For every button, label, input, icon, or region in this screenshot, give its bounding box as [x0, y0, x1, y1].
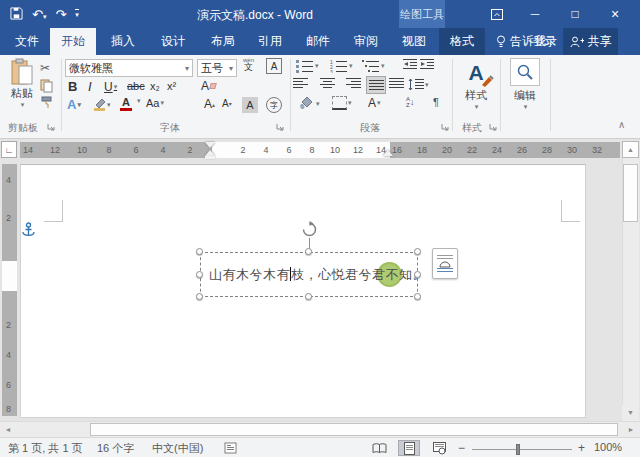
sign-in-button[interactable]: 登录 [528, 28, 562, 55]
tab-design[interactable]: 设计 [150, 28, 196, 55]
zoom-level[interactable]: 100% [594, 441, 622, 453]
customize-qat-button[interactable]: ▾ [75, 9, 79, 19]
copy-button[interactable] [40, 79, 54, 93]
tab-home[interactable]: 开始 [50, 28, 96, 55]
resize-handle-bottom-left[interactable] [196, 293, 203, 300]
align-left-button[interactable] [293, 78, 308, 88]
language-indicator[interactable]: 中文(中国) [152, 441, 203, 456]
asian-layout-button[interactable]: A▾ [368, 96, 381, 110]
tab-view[interactable]: 视图 [391, 28, 437, 55]
font-name-combo[interactable]: 微软雅黑 ▾ [65, 59, 193, 77]
horizontal-scrollbar-thumb[interactable] [90, 423, 618, 436]
shrink-font-button[interactable]: A▾ [222, 98, 232, 109]
tab-insert[interactable]: 插入 [100, 28, 146, 55]
font-name-dropdown-icon[interactable]: ▾ [185, 64, 189, 73]
word-count[interactable]: 16 个字 [97, 441, 134, 456]
textbox-text[interactable]: 山有木兮木有枝，心悦君兮君不知。 [209, 266, 426, 284]
multilevel-dropdown-icon[interactable]: ▾ [381, 62, 385, 70]
redo-button[interactable]: ↷ [55, 8, 66, 21]
horizontal-ruler[interactable]: 14 12 10 8 6 4 2 2 4 6 8 10 12 14 16 18 … [20, 142, 620, 158]
underline-button[interactable]: U▾ [104, 80, 117, 94]
scroll-up-button[interactable]: ▲ [622, 141, 639, 158]
resize-handle-middle-right[interactable] [414, 271, 421, 278]
styles-dialog-launcher[interactable] [489, 121, 497, 133]
left-indent-marker[interactable] [205, 156, 215, 159]
bullets-dropdown-icon[interactable]: ▾ [315, 62, 319, 70]
change-case-button[interactable]: Aa▾ [146, 97, 164, 109]
enclose-characters-button[interactable]: 字 [266, 97, 282, 113]
strikethrough-button[interactable]: abc [127, 80, 145, 92]
tab-layout[interactable]: 布局 [200, 28, 246, 55]
underline-dropdown-icon[interactable]: ▾ [114, 83, 118, 91]
font-color-dropdown[interactable]: ▾ [136, 97, 141, 105]
rotation-handle[interactable] [301, 221, 318, 240]
scroll-right-button[interactable]: ► [623, 422, 639, 437]
font-size-dropdown-icon[interactable]: ▾ [229, 64, 233, 73]
align-right-button[interactable] [346, 78, 361, 88]
tab-review[interactable]: 审阅 [343, 28, 389, 55]
numbering-button[interactable]: 123 ▾ [330, 59, 353, 73]
zoom-slider-thumb[interactable] [516, 444, 520, 455]
italic-button[interactable]: I [88, 79, 92, 94]
highlight-color-button[interactable]: ▾ [93, 97, 111, 113]
zoom-out-button[interactable]: − [458, 441, 465, 455]
phonetic-guide-button[interactable]: wén 文 [243, 57, 254, 72]
highlight-dropdown-icon[interactable]: ▾ [107, 101, 111, 109]
undo-dropdown-icon[interactable]: ▾ [43, 13, 47, 20]
clipboard-dialog-launcher[interactable] [47, 121, 55, 133]
bold-button[interactable]: B [68, 79, 77, 94]
read-mode-button[interactable] [368, 440, 390, 456]
borders-dropdown-icon[interactable]: ▾ [348, 99, 352, 107]
resize-handle-top-left[interactable] [196, 248, 203, 255]
subscript-button[interactable]: x₂ [150, 80, 160, 92]
resize-handle-top-center[interactable] [305, 248, 312, 255]
cut-button[interactable]: ✂ [40, 61, 50, 75]
format-painter-button[interactable] [40, 96, 53, 109]
resize-handle-bottom-center[interactable] [305, 293, 312, 300]
bullets-button[interactable]: ▾ [296, 59, 319, 73]
tab-stop-selector[interactable]: ∟ [1, 141, 17, 158]
scroll-left-button[interactable]: ◄ [0, 422, 16, 437]
asian-layout-dropdown-icon[interactable]: ▾ [377, 99, 381, 107]
numbering-dropdown-icon[interactable]: ▾ [349, 62, 353, 70]
page-indicator[interactable]: 第 1 页, 共 1 页 [8, 441, 83, 456]
tab-mailings[interactable]: 邮件 [295, 28, 341, 55]
increase-indent-button[interactable] [420, 59, 434, 71]
styles-button[interactable]: A 样式 ▾ [456, 58, 496, 111]
scroll-down-button[interactable]: ▼ [622, 405, 639, 420]
shading-button[interactable]: ▾ [298, 96, 320, 111]
zoom-in-button[interactable]: + [578, 441, 585, 455]
resize-handle-bottom-right[interactable] [414, 293, 421, 300]
show-hide-marks-button[interactable]: ¶ [433, 96, 439, 108]
layout-options-button[interactable] [432, 248, 458, 279]
maximize-button[interactable]: □ [558, 0, 592, 28]
tab-format-contextual[interactable]: 格式 [439, 28, 485, 55]
text-effects-button[interactable]: A▾ [67, 97, 81, 112]
collapse-ribbon-button[interactable]: ∧ [618, 119, 625, 130]
superscript-button[interactable]: x² [167, 80, 176, 92]
first-line-indent-marker[interactable] [205, 142, 215, 148]
vertical-scrollbar-thumb[interactable] [623, 164, 638, 222]
paste-button[interactable]: 粘贴 ▾ [6, 58, 38, 109]
font-color-button[interactable]: A [120, 97, 132, 111]
text-effects-dropdown-icon[interactable]: ▾ [77, 101, 81, 109]
borders-button[interactable]: ▾ [332, 96, 352, 110]
sort-button[interactable]: AZ ↓ [406, 96, 415, 108]
save-button[interactable] [10, 7, 23, 22]
editing-button[interactable]: 编辑 ▾ [506, 58, 544, 111]
grow-font-button[interactable]: A▴ [204, 97, 215, 111]
share-button[interactable]: 共享 [563, 28, 618, 55]
shading-dropdown-icon[interactable]: ▾ [316, 100, 320, 108]
undo-button[interactable]: ↶▾ [32, 8, 46, 21]
close-button[interactable]: × [598, 0, 632, 28]
web-layout-button[interactable] [428, 440, 450, 456]
ribbon-display-options-button[interactable] [480, 0, 514, 28]
line-spacing-dropdown-icon[interactable]: ▾ [425, 81, 429, 89]
align-center-button[interactable] [320, 78, 335, 88]
tab-references[interactable]: 引用 [248, 28, 292, 55]
multilevel-list-button[interactable]: ▾ [362, 59, 385, 73]
resize-handle-top-right[interactable] [414, 248, 421, 255]
line-spacing-button[interactable]: ▾ [408, 78, 429, 91]
font-dialog-launcher[interactable] [276, 121, 284, 133]
tab-file[interactable]: 文件 [6, 28, 48, 55]
